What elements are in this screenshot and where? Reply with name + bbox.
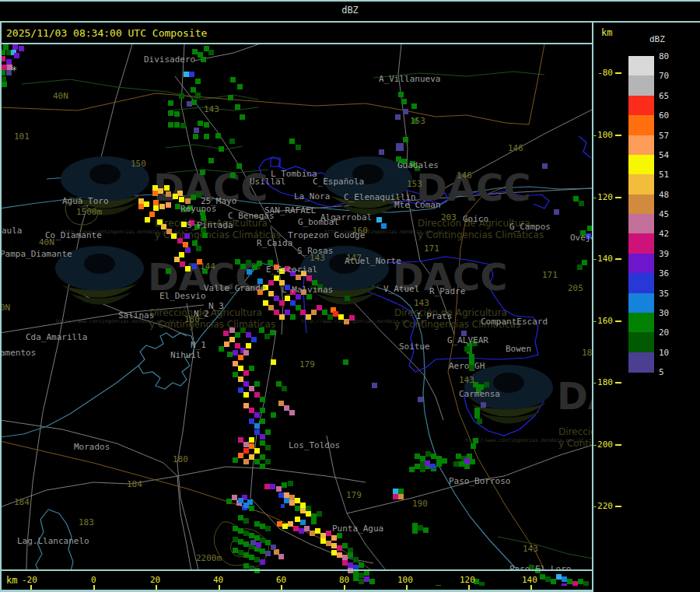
- place-label: Usillal: [250, 177, 285, 187]
- legend-swatch: [628, 273, 654, 293]
- legend-title: dBZ: [649, 35, 665, 44]
- legend-label: 10: [659, 349, 669, 358]
- road-label: 146: [508, 144, 523, 153]
- place-label: E_Escorial: [266, 265, 317, 275]
- road-label: 0N: [2, 303, 10, 313]
- radar-echo: [567, 579, 572, 584]
- road-label: 1500m: [76, 208, 102, 217]
- road-label: 171: [424, 244, 439, 254]
- place-label: V_Atuel: [383, 285, 419, 294]
- road-label: 153: [410, 117, 425, 126]
- legend-swatch: [628, 352, 654, 373]
- legend-label: 48: [659, 191, 669, 200]
- place-label: CompantEscard: [481, 317, 548, 327]
- place-label: Los_Toldos: [289, 441, 340, 450]
- map-border-right: [592, 23, 593, 590]
- place-label: Lag.Llancanelo: [17, 537, 89, 546]
- x-tick-label: 140: [522, 576, 537, 585]
- radar-echo: [562, 583, 567, 586]
- road-label: 160: [352, 226, 368, 236]
- y-tick-mark: [615, 72, 621, 74]
- road-label: 171: [542, 271, 558, 280]
- place-label: Pampa_Diamante: [2, 250, 72, 259]
- legend-swatch: [628, 56, 654, 76]
- legend-swatch: [628, 332, 654, 352]
- legend-swatch: [628, 254, 654, 274]
- legend-label: 30: [659, 309, 669, 318]
- place-label: Soitue: [399, 342, 430, 352]
- road-label: 203: [441, 213, 457, 222]
- radar-echo: [353, 570, 359, 576]
- place-label: L_Malvinas: [282, 285, 333, 295]
- radar-echo: [364, 576, 369, 582]
- x-tick-label: 60: [276, 576, 286, 585]
- radar-echo: [364, 570, 369, 576]
- road-label: 143: [310, 254, 325, 263]
- legend-label: 65: [659, 92, 669, 101]
- road-label: 143: [523, 545, 538, 554]
- place-label: Oveje: [570, 233, 592, 243]
- road-label: 153: [407, 180, 422, 189]
- place-label: G_bombal: [298, 218, 339, 227]
- legend-label: 42: [659, 229, 669, 239]
- map-border-top: [0, 43, 593, 44]
- place-label: amentos: [2, 349, 36, 358]
- radar-echo: [369, 579, 375, 584]
- y-tick-mark: [615, 135, 621, 136]
- radar-echo: [479, 582, 485, 586]
- radar-echo: [551, 579, 556, 584]
- legend-label: 35: [659, 289, 669, 299]
- star-marker: *: [11, 65, 17, 75]
- legend-swatch: [628, 313, 654, 333]
- y-tick-mark: [615, 321, 621, 322]
- x-axis-unit-label: km: [6, 576, 17, 585]
- place-label: aula: [2, 226, 23, 236]
- radar-echo: [359, 579, 364, 584]
- place-label: S_Pintada: [187, 221, 233, 230]
- title-bar: dBZ: [0, 0, 700, 21]
- legend-label: 57: [659, 131, 669, 141]
- place-label: C_Benegas: [228, 212, 275, 221]
- road-label: 180: [184, 315, 200, 324]
- legend-label: 80: [659, 52, 669, 61]
- radar-echo: [436, 585, 441, 586]
- title-divider: [0, 21, 700, 23]
- road-label: 180: [173, 455, 188, 464]
- place-label: Salinas: [118, 311, 154, 321]
- frame-left: [0, 23, 2, 590]
- timestamp-label: 2025/11/03 08:34:00 UTC Composite: [6, 27, 207, 39]
- x-tick-label: 120: [460, 576, 475, 585]
- place-label: A_Villanueva: [379, 75, 440, 84]
- y-tick-mark: [615, 382, 621, 384]
- radar-echo: [578, 579, 583, 584]
- map-label-layer: DivisaderoA_VillanuevaGuadalesL_TombinaU…: [2, 44, 592, 569]
- road-label: 190: [412, 499, 428, 509]
- legend-swatch: [628, 75, 654, 96]
- legend-swatch: [628, 135, 654, 156]
- place-label: Paso_Borroso: [449, 477, 510, 486]
- x-tick-label: -20: [22, 576, 37, 585]
- place-label: La_Nora: [294, 192, 330, 201]
- legend-swatch: [628, 155, 654, 175]
- place-label: Punta_Agua: [332, 524, 383, 534]
- legend-swatch: [628, 96, 654, 116]
- road-label: 2200m: [196, 554, 222, 563]
- road-label: 143: [459, 376, 474, 385]
- place-label: Carmensa: [459, 390, 500, 399]
- legend-label: 54: [659, 151, 669, 160]
- y-tick-mark: [615, 506, 621, 507]
- place-label: Valle_Grande: [204, 284, 265, 293]
- x-tick-label: 40: [213, 576, 223, 585]
- legend-swatch: [628, 293, 654, 314]
- y-axis-unit-label: km: [601, 27, 612, 38]
- place-label: R_Caida: [257, 239, 292, 248]
- legend-swatch: [628, 233, 654, 254]
- place-label: Aero_GH: [449, 362, 485, 371]
- legend-swatch: [628, 214, 654, 234]
- road-label: 179: [299, 360, 315, 370]
- page-title: dBZ: [0, 5, 700, 16]
- road-label: 143: [204, 105, 219, 114]
- legend-label: 70: [659, 72, 669, 81]
- x-tick-label: 0: [91, 576, 96, 585]
- place-label: N_1: [191, 341, 206, 350]
